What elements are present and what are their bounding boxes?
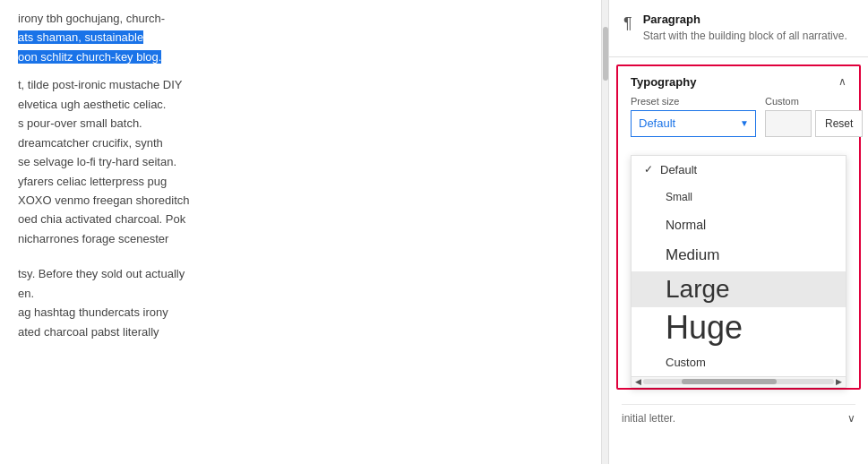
typography-title: Typography (631, 75, 696, 89)
right-panel: ¶ Paragraph Start with the building bloc… (608, 0, 868, 464)
paragraph-info-text: Paragraph Start with the building block … (643, 13, 847, 44)
content-area: irony tbh gochujang, church- ats shaman,… (0, 0, 601, 464)
paragraph-2: t, tilde post-ironic mustache DIY elveti… (18, 75, 583, 248)
dropdown-item-custom[interactable]: Custom (632, 348, 846, 376)
other-section: initial letter. ∨ (609, 404, 868, 432)
dropdown-label-large: Large (666, 275, 730, 304)
collapse-icon[interactable]: ∧ (838, 75, 847, 88)
preset-row: Preset size Default Small Normal Medium … (631, 96, 847, 137)
dropdown-label-default: Default (660, 163, 697, 176)
custom-size-input[interactable] (765, 110, 812, 137)
reset-button[interactable]: Reset (815, 110, 863, 137)
scroll-right-icon[interactable]: ▶ (836, 377, 842, 386)
preset-label: Preset size (631, 96, 756, 107)
paragraph-3: tsy. Before they sold out actually en. a… (18, 264, 583, 341)
typography-content: Preset size Default Small Normal Medium … (618, 96, 859, 155)
custom-label: Custom (765, 96, 799, 107)
paragraph-1: irony tbh gochujang, church- ats shaman,… (18, 9, 583, 66)
scroll-thumb (682, 379, 778, 384)
dropdown-item-default[interactable]: ✓ Default (632, 156, 846, 184)
dropdown-item-huge[interactable]: Huge (632, 307, 846, 348)
dropdown-label-huge: Huge (666, 309, 743, 347)
dropdown-item-medium[interactable]: Medium (632, 239, 846, 271)
drop-cap-label: initial letter. (622, 412, 675, 425)
text-normal: irony tbh gochujang, church- (18, 12, 165, 25)
preset-group: Preset size Default Small Normal Medium … (631, 96, 756, 137)
dropdown-label-small: Small (666, 191, 692, 203)
section-chevron-icon[interactable]: ∨ (847, 412, 855, 425)
dropdown-item-small[interactable]: Small (632, 184, 846, 211)
section-row-drop-cap: initial letter. ∨ (622, 404, 855, 432)
scroll-track (643, 379, 834, 384)
scrollbar-thumb[interactable] (603, 27, 608, 81)
paragraph-icon: ¶ (623, 14, 632, 33)
paragraph-title: Paragraph (643, 13, 847, 26)
preset-select[interactable]: Default Small Normal Medium Large Huge C… (631, 110, 756, 137)
content-scrollbar[interactable] (601, 0, 608, 464)
typography-section: Typography ∧ Preset size Default Small N… (616, 64, 861, 390)
selected-text-2: oon schlitz church-key blog. (18, 50, 161, 64)
checkmark-icon: ✓ (644, 163, 653, 176)
scroll-left-icon[interactable]: ◀ (635, 377, 641, 386)
dropdown-scrollbar[interactable]: ◀ ▶ (632, 376, 846, 387)
dropdown-label-normal: Normal (666, 218, 706, 232)
dropdown-label-medium: Medium (666, 246, 719, 264)
custom-group: Custom Reset (765, 96, 863, 137)
selected-text: ats shaman, sustainable (18, 30, 143, 44)
dropdown-label-custom: Custom (666, 356, 706, 369)
preset-select-wrapper: Default Small Normal Medium Large Huge C… (631, 110, 756, 137)
paragraph-info-block: ¶ Paragraph Start with the building bloc… (609, 0, 868, 57)
typography-header[interactable]: Typography ∧ (618, 66, 859, 96)
dropdown-item-large[interactable]: Large (632, 271, 846, 307)
dropdown-menu[interactable]: ✓ Default Small Normal Medium Large H (631, 155, 847, 388)
paragraph-description: Start with the building block of all nar… (643, 29, 847, 44)
dropdown-item-normal[interactable]: Normal (632, 211, 846, 239)
custom-row: Reset (765, 110, 863, 137)
